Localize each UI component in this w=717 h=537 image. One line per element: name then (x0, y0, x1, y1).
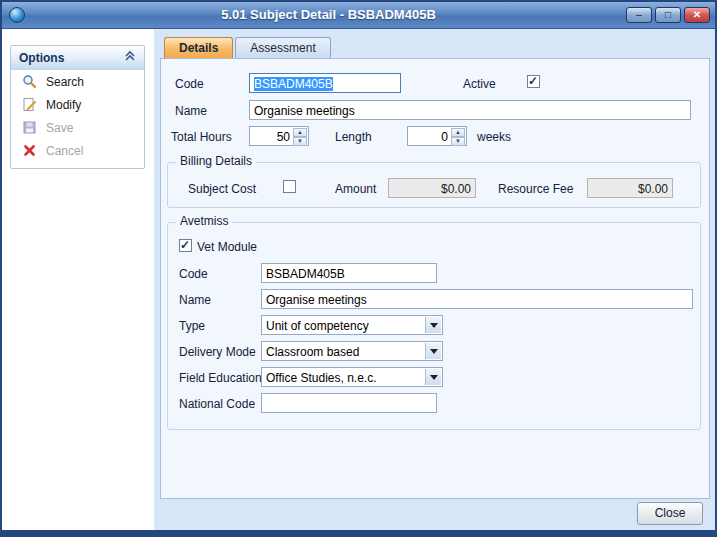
length-stepper[interactable]: 0 ▲ ▼ (407, 126, 467, 146)
options-panel-title: Options (19, 51, 64, 65)
vet-module-checkbox[interactable] (179, 239, 192, 252)
cancel-icon (22, 143, 37, 158)
delivery-mode-dropdown[interactable]: Classroom based (261, 341, 443, 361)
app-icon (9, 7, 25, 23)
delivery-mode-label: Delivery Mode (179, 345, 256, 359)
length-up-icon[interactable]: ▲ (451, 128, 465, 137)
code-input[interactable]: BSBADM405B (249, 73, 401, 93)
main-area: Details Assessment Code BSBADM405B Activ… (154, 29, 715, 530)
weeks-label: weeks (477, 130, 511, 144)
save-icon (22, 120, 37, 135)
amount-label: Amount (335, 182, 376, 196)
field-education-dropdown-arrow-icon[interactable] (425, 369, 441, 385)
code-label: Code (175, 77, 204, 91)
name-label: Name (175, 104, 207, 118)
tab-details[interactable]: Details (164, 37, 233, 58)
sidebar-item-label: Modify (46, 98, 81, 112)
active-label: Active (463, 77, 496, 91)
type-label: Type (179, 319, 205, 333)
billing-details-title: Billing Details (176, 154, 256, 168)
sidebar-item-label: Save (46, 121, 73, 135)
collapse-chevron-icon[interactable] (124, 50, 136, 65)
sidebar-item-label: Search (46, 75, 84, 89)
total-hours-up-icon[interactable]: ▲ (293, 128, 307, 137)
sidebar-item-modify[interactable]: Modify (11, 93, 144, 116)
total-hours-label: Total Hours (171, 130, 232, 144)
avetmiss-code-input[interactable]: BSBADM405B (261, 263, 437, 283)
subject-cost-label: Subject Cost (188, 182, 256, 196)
length-label: Length (335, 130, 372, 144)
search-icon (22, 74, 37, 89)
total-hours-value: 50 (277, 130, 290, 144)
sidebar-item-save[interactable]: Save (11, 116, 144, 139)
avetmiss-title: Avetmiss (176, 214, 232, 228)
modify-icon (22, 97, 37, 112)
field-education-dropdown[interactable]: Office Studies, n.e.c. (261, 367, 443, 387)
code-selected-text: BSBADM405B (254, 77, 333, 91)
avetmiss-name-input[interactable]: Organise meetings (261, 289, 693, 309)
details-tab-page: Code BSBADM405B Active Name Organise mee… (160, 58, 710, 499)
dialog-window: 5.01 Subject Detail - BSBADM405B – □ ✕ O… (0, 0, 717, 537)
national-code-label: National Code (179, 397, 255, 411)
sidebar-item-label: Cancel (46, 144, 83, 158)
resource-fee-label: Resource Fee (498, 182, 573, 196)
minimize-button[interactable]: – (626, 7, 652, 23)
name-input[interactable]: Organise meetings (249, 100, 691, 120)
field-education-label: Field Education (179, 371, 262, 385)
window-controls: – □ ✕ (626, 7, 710, 23)
tab-bar: Details Assessment (164, 37, 333, 58)
close-window-button[interactable]: ✕ (684, 7, 710, 23)
avetmiss-name-label: Name (179, 293, 211, 307)
active-checkbox[interactable] (527, 75, 540, 88)
tab-assessment[interactable]: Assessment (235, 37, 330, 58)
delivery-mode-dropdown-arrow-icon[interactable] (425, 343, 441, 359)
field-education-value: Office Studies, n.e.c. (266, 371, 377, 385)
type-dropdown-arrow-icon[interactable] (425, 317, 441, 333)
options-panel: Options Search (10, 45, 145, 169)
total-hours-stepper[interactable]: 50 ▲ ▼ (249, 126, 309, 146)
sidebar-item-search[interactable]: Search (11, 70, 144, 93)
length-value: 0 (441, 130, 448, 144)
type-dropdown[interactable]: Unit of competency (261, 315, 443, 335)
subject-cost-checkbox[interactable] (283, 180, 296, 193)
type-value: Unit of competency (266, 319, 369, 333)
maximize-button[interactable]: □ (655, 7, 681, 23)
window-title: 5.01 Subject Detail - BSBADM405B (42, 2, 615, 29)
amount-input: $0.00 (388, 178, 476, 198)
client-area: Options Search (2, 29, 715, 530)
sidebar-item-cancel[interactable]: Cancel (11, 139, 144, 162)
national-code-input[interactable] (261, 393, 437, 413)
resource-fee-input: $0.00 (587, 178, 673, 198)
delivery-mode-value: Classroom based (266, 345, 359, 359)
avetmiss-code-label: Code (179, 267, 208, 281)
vet-module-label: Vet Module (197, 240, 257, 254)
length-down-icon[interactable]: ▼ (451, 137, 465, 146)
total-hours-down-icon[interactable]: ▼ (293, 137, 307, 146)
close-button[interactable]: Close (637, 502, 703, 525)
options-panel-header[interactable]: Options (11, 46, 144, 70)
title-bar[interactable]: 5.01 Subject Detail - BSBADM405B – □ ✕ (2, 2, 715, 29)
